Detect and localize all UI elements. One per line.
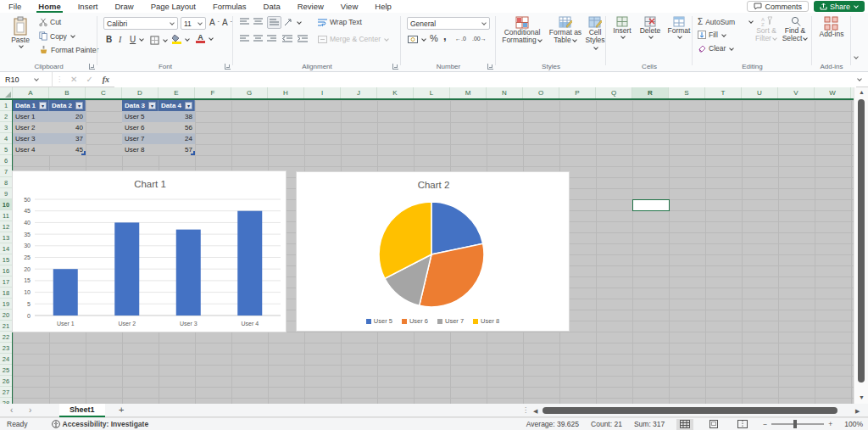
decrease-indent-button[interactable] bbox=[282, 35, 292, 42]
row-header-6[interactable]: 6 bbox=[0, 155, 12, 166]
zoom-out-button[interactable]: − bbox=[763, 420, 767, 428]
cell-value[interactable]: 56 bbox=[159, 122, 195, 133]
row-header-17[interactable]: 17 bbox=[0, 276, 12, 288]
cell-user-label[interactable]: User 1 bbox=[13, 111, 49, 122]
delete-cells-button[interactable]: Delete bbox=[637, 16, 664, 39]
row-header-20[interactable]: 20 bbox=[0, 310, 12, 321]
filter-dropdown-icon[interactable]: ▾ bbox=[39, 102, 47, 109]
column-header-V[interactable]: V bbox=[778, 87, 815, 98]
row-header-2[interactable]: 2 bbox=[0, 111, 12, 122]
row-header-19[interactable]: 19 bbox=[0, 299, 12, 310]
align-center-button[interactable] bbox=[253, 35, 263, 42]
column-header-L[interactable]: L bbox=[414, 87, 450, 98]
format-painter-button[interactable]: Format Painter bbox=[39, 45, 98, 54]
table-header-data-3[interactable]: Data 3▾ bbox=[122, 100, 159, 111]
row-header-23[interactable]: 23 bbox=[0, 343, 12, 354]
row-header-7[interactable]: 7 bbox=[0, 166, 12, 177]
zoom-track[interactable] bbox=[771, 423, 824, 425]
cell-value[interactable]: 24 bbox=[159, 133, 195, 144]
share-button[interactable]: Share bbox=[814, 1, 865, 12]
row-header-16[interactable]: 16 bbox=[0, 265, 12, 276]
next-sheet-arrow[interactable]: › bbox=[29, 405, 31, 415]
cut-button[interactable]: Cut bbox=[39, 18, 61, 26]
decrease-decimal-button[interactable]: .00→ bbox=[472, 36, 487, 42]
row-header-15[interactable]: 15 bbox=[0, 254, 12, 265]
conditional-formatting-button[interactable]: Conditional Formatting bbox=[498, 16, 546, 44]
cell-user-label[interactable]: User 3 bbox=[13, 133, 49, 144]
row-header-24[interactable]: 24 bbox=[0, 354, 12, 365]
column-header-J[interactable]: J bbox=[341, 87, 377, 98]
cell-value[interactable]: 37 bbox=[49, 133, 86, 144]
cell-styles-button[interactable]: Cell Styles bbox=[584, 16, 606, 52]
cell-user-label[interactable]: User 8 bbox=[122, 144, 159, 155]
copy-button[interactable]: Copy bbox=[39, 31, 75, 41]
increase-decimal-button[interactable]: ←.0 bbox=[455, 36, 466, 42]
filter-dropdown-icon[interactable]: ▾ bbox=[75, 102, 83, 109]
table-header-data-2[interactable]: Data 2▾ bbox=[49, 100, 86, 111]
row-header-12[interactable]: 12 bbox=[0, 221, 12, 232]
format-cells-button[interactable]: Format bbox=[665, 16, 693, 39]
column-header-A[interactable]: A bbox=[13, 87, 49, 98]
row-header-25[interactable]: 25 bbox=[0, 365, 12, 376]
column-header-O[interactable]: O bbox=[523, 87, 559, 98]
align-middle-button[interactable] bbox=[253, 18, 263, 25]
column-header-C[interactable]: C bbox=[86, 87, 122, 98]
menu-tab-formulas[interactable]: Formulas bbox=[204, 0, 255, 13]
increase-font-button[interactable]: Aˆ bbox=[209, 18, 220, 27]
column-header-S[interactable]: S bbox=[669, 87, 705, 98]
chart-2[interactable]: Chart 2User 5User 6User 7User 8 bbox=[296, 171, 570, 332]
comma-style-button[interactable]: , bbox=[443, 30, 447, 42]
column-header-M[interactable]: M bbox=[450, 87, 487, 98]
sort-filter-button[interactable]: AZ Sort & Filter bbox=[754, 16, 779, 42]
cell-value[interactable]: 57 bbox=[159, 144, 195, 155]
row-header-27[interactable]: 27 bbox=[0, 387, 12, 398]
expand-formula-bar-chevron[interactable] bbox=[857, 76, 862, 81]
prev-sheet-arrow[interactable]: ‹ bbox=[10, 405, 13, 415]
row-header-28[interactable]: 28 bbox=[0, 398, 12, 404]
collapse-ribbon-button[interactable] bbox=[853, 55, 859, 59]
table-resize-handle[interactable] bbox=[191, 151, 195, 155]
tab-scroll-splitter[interactable]: ⋮ bbox=[522, 406, 529, 414]
row-header-9[interactable]: 9 bbox=[0, 188, 12, 199]
scroll-up-arrow[interactable]: ▲ bbox=[859, 89, 865, 95]
align-top-button[interactable] bbox=[240, 18, 249, 25]
column-header-P[interactable]: P bbox=[559, 87, 596, 98]
column-header-N[interactable]: N bbox=[487, 87, 523, 98]
align-bottom-button[interactable] bbox=[267, 16, 281, 29]
comments-button[interactable]: Comments bbox=[747, 1, 809, 12]
clipboard-dialog-launcher[interactable] bbox=[89, 64, 95, 70]
enter-icon[interactable]: ✓ bbox=[81, 75, 97, 84]
column-header-F[interactable]: F bbox=[195, 87, 231, 98]
hscroll-left-arrow[interactable]: ◀ bbox=[533, 408, 537, 415]
normal-view-button[interactable] bbox=[676, 419, 693, 430]
row-header-22[interactable]: 22 bbox=[0, 332, 12, 343]
cell-user-label[interactable]: User 6 bbox=[122, 122, 159, 133]
chart-1[interactable]: Chart 105101520253035404550User 1User 2U… bbox=[12, 170, 287, 332]
row-header-13[interactable]: 13 bbox=[0, 232, 12, 243]
filter-dropdown-icon[interactable]: ▾ bbox=[185, 102, 192, 109]
align-right-button[interactable] bbox=[267, 35, 276, 42]
zoom-handle[interactable] bbox=[793, 420, 797, 428]
column-header-G[interactable]: G bbox=[231, 87, 268, 98]
menu-tab-help[interactable]: Help bbox=[366, 0, 400, 13]
fx-icon[interactable]: fx bbox=[97, 75, 114, 84]
menu-tab-review[interactable]: Review bbox=[289, 0, 332, 13]
table-resize-handle[interactable] bbox=[81, 151, 86, 155]
cell-user-label[interactable]: User 5 bbox=[122, 111, 159, 122]
row-header-5[interactable]: 5 bbox=[0, 144, 12, 155]
menu-tab-page-layout[interactable]: Page Layout bbox=[142, 0, 204, 13]
cell-value[interactable]: 40 bbox=[49, 122, 86, 133]
borders-button[interactable] bbox=[150, 36, 168, 45]
percent-style-button[interactable]: % bbox=[430, 33, 438, 43]
wrap-text-button[interactable]: Wrap Text bbox=[318, 18, 362, 26]
autosum-button[interactable]: Σ AutoSum bbox=[698, 17, 754, 26]
horizontal-scroll-thumb[interactable] bbox=[542, 407, 837, 414]
menu-tab-insert[interactable]: Insert bbox=[70, 0, 107, 13]
alignment-dialog-launcher[interactable] bbox=[392, 64, 398, 70]
row-header-1[interactable]: 1 bbox=[0, 100, 12, 111]
row-header-10[interactable]: 10 bbox=[0, 199, 12, 210]
format-as-table-button[interactable]: Format as Table bbox=[548, 16, 582, 44]
font-size-select[interactable]: 11 bbox=[181, 17, 206, 30]
cell-user-label[interactable]: User 7 bbox=[122, 133, 159, 144]
active-cell-R10[interactable] bbox=[632, 199, 670, 211]
